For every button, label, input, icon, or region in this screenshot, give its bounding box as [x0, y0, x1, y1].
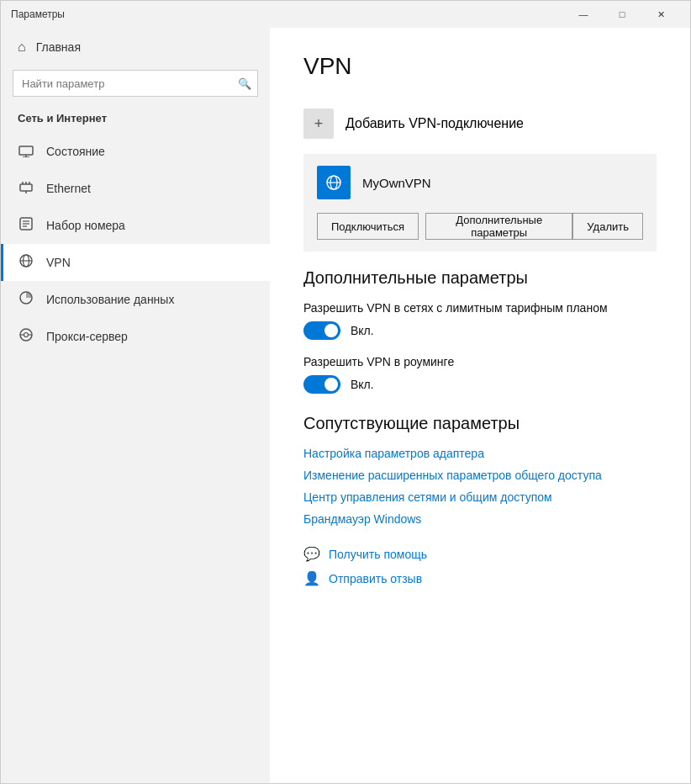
titlebar: Параметры — □ ✕ — [1, 1, 690, 28]
sidebar-item-ethernet[interactable]: Ethernet — [1, 170, 270, 207]
companion-settings: Сопутствующие параметры Настройка параме… — [303, 414, 657, 526]
search-box: 🔍 — [13, 70, 258, 97]
sidebar-item-dialup-label: Набор номера — [46, 219, 125, 232]
svg-point-17 — [24, 333, 29, 337]
toggle2-thumb — [324, 378, 338, 391]
sidebar-item-ethernet-label: Ethernet — [46, 182, 91, 195]
vpn-connection-name: MyOwnVPN — [362, 176, 431, 190]
toggle1-text: Вкл. — [351, 324, 374, 337]
toggle1-row: Вкл. — [303, 321, 657, 340]
sidebar-item-vpn-label: VPN — [46, 256, 71, 269]
link-sharing-settings[interactable]: Изменение расширенных параметров общего … — [303, 469, 657, 482]
companion-settings-title: Сопутствующие параметры — [303, 414, 657, 433]
content-area: ⌂ Главная 🔍 Сеть и Интернет С — [1, 28, 690, 783]
link-adapter-settings[interactable]: Настройка параметров адаптера — [303, 447, 657, 460]
window-title: Параметры — [11, 8, 65, 20]
data-usage-icon — [18, 290, 34, 309]
toggle2-text: Вкл. — [351, 378, 374, 391]
vpn-nav-icon — [18, 253, 34, 272]
add-icon: + — [303, 109, 334, 139]
titlebar-controls: — □ ✕ — [564, 1, 680, 28]
minimize-button[interactable]: — — [564, 1, 603, 28]
sidebar-item-home[interactable]: ⌂ Главная — [1, 28, 270, 66]
add-vpn-label: Добавить VPN-подключение — [346, 116, 524, 131]
toggle1-thumb — [324, 324, 338, 337]
sidebar-item-status-label: Состояние — [46, 145, 105, 158]
sidebar-item-data-usage-label: Использование данных — [46, 293, 174, 306]
sidebar-item-dialup[interactable]: Набор номера — [1, 207, 270, 244]
sidebar-item-data-usage[interactable]: Использование данных — [1, 281, 270, 318]
ethernet-icon — [18, 179, 34, 198]
link-firewall[interactable]: Брандмауэр Windows — [303, 512, 657, 526]
vpn-buttons-row: Подключиться Дополнительные параметры Уд… — [317, 213, 643, 240]
vpn-connection-box: MyOwnVPN Подключиться Дополнительные пар… — [303, 154, 657, 252]
toggle1-track — [303, 321, 340, 340]
home-label: Главная — [36, 40, 81, 54]
help-section: 💬 Получить помощь 👤 Отправить отзыв — [303, 546, 657, 586]
link-network-center[interactable]: Центр управления сетями и общим доступом — [303, 490, 657, 504]
sidebar-item-vpn[interactable]: VPN — [1, 244, 270, 281]
search-input[interactable] — [13, 70, 258, 97]
toggle2-track — [303, 375, 340, 394]
help-icon: 💬 — [303, 546, 320, 562]
feedback-icon: 👤 — [303, 570, 320, 586]
status-icon — [18, 142, 34, 161]
close-button[interactable]: ✕ — [641, 1, 680, 28]
advanced-settings-title: Дополнительные параметры — [303, 268, 657, 288]
feedback-item: 👤 Отправить отзыв — [303, 570, 657, 586]
page-title: VPN — [303, 53, 657, 80]
main-content: VPN + Добавить VPN-подключение MyOw — [270, 28, 690, 783]
sidebar-item-proxy[interactable]: Прокси-сервер — [1, 318, 270, 355]
advanced-button[interactable]: Дополнительные параметры — [425, 213, 572, 240]
help-link[interactable]: Получить помощь — [329, 548, 427, 561]
setting1-label: Разрешить VPN в сетях с лимитным тарифны… — [303, 301, 657, 315]
add-vpn-button[interactable]: + Добавить VPN-подключение — [303, 100, 657, 147]
vpn-primary-buttons: Подключиться Дополнительные параметры — [317, 213, 572, 240]
help-item: 💬 Получить помощь — [303, 546, 657, 562]
toggle2-row: Вкл. — [303, 375, 657, 394]
svg-rect-0 — [19, 146, 33, 155]
vpn-connection-header: MyOwnVPN — [317, 166, 643, 199]
proxy-icon — [18, 327, 34, 346]
delete-button[interactable]: Удалить — [572, 213, 643, 240]
toggle1[interactable] — [303, 321, 340, 340]
search-icon: 🔍 — [238, 77, 251, 90]
toggle2[interactable] — [303, 375, 340, 394]
sidebar-item-proxy-label: Прокси-сервер — [46, 330, 128, 343]
vpn-icon-box — [317, 166, 351, 199]
sidebar-section-title: Сеть и Интернет — [1, 107, 270, 133]
feedback-link[interactable]: Отправить отзыв — [329, 572, 422, 585]
home-icon: ⌂ — [18, 40, 26, 55]
sidebar: ⌂ Главная 🔍 Сеть и Интернет С — [1, 28, 270, 783]
maximize-button[interactable]: □ — [603, 1, 641, 28]
dialup-icon — [18, 216, 34, 235]
sidebar-item-status[interactable]: Состояние — [1, 133, 270, 170]
setting2-label: Разрешить VPN в роуминге — [303, 355, 657, 368]
window: Параметры — □ ✕ ⌂ Главная 🔍 Сеть и Интер… — [0, 0, 691, 784]
connect-button[interactable]: Подключиться — [317, 213, 419, 240]
svg-rect-3 — [20, 184, 32, 191]
